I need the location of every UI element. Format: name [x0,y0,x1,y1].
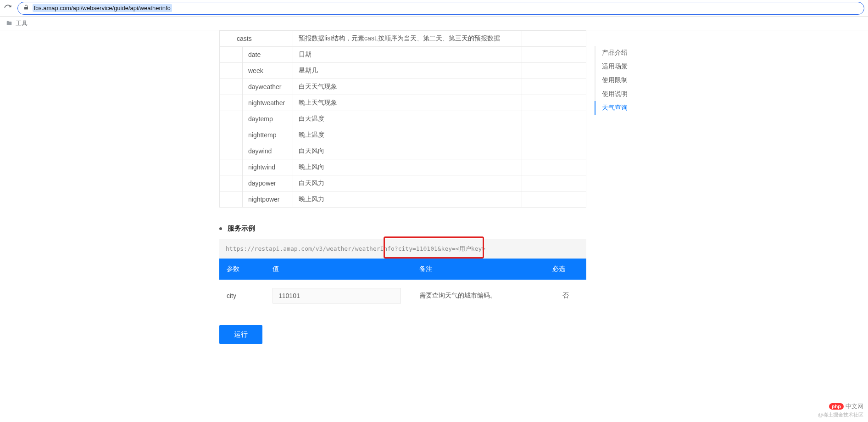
table-row: casts预报数据list结构，元素cast,按顺序为当天、第二天、第三天的预报… [220,31,586,47]
param-name: city [219,280,265,312]
url-text: lbs.amap.com/api/webservice/guide/api/we… [33,4,172,12]
param-value-input[interactable] [273,288,401,304]
toc-item[interactable]: 天气查询 [595,101,650,115]
field-desc: 预报数据list结构，元素cast,按顺序为当天、第二天、第三天的预报数据 [293,31,522,47]
page-toc: 产品介绍适用场景使用限制使用说明天气查询 [595,46,650,115]
field-name: casts [231,31,293,47]
params-table: 参数 值 备注 必选 city需要查询天气的城市编码。否 [219,259,586,312]
table-row: date日期 [220,47,586,63]
browser-address-bar: lbs.amap.com/api/webservice/guide/api/we… [0,0,868,17]
field-desc: 晚上温度 [293,127,522,143]
bookmark-folder-label: 工具 [16,19,28,28]
table-row: nighttemp晚上温度 [220,127,586,143]
bookmark-folder[interactable]: 工具 [6,19,28,28]
section-heading-service-example: 服务示例 [219,224,586,233]
bullet-dot-icon [219,227,222,230]
table-row: nightpower晚上风力 [220,191,586,208]
table-row: nightwind晚上风向 [220,159,586,175]
url-rest: //restapi.amap.com/v3/weather/weatherInf… [247,245,485,252]
col-header-note: 备注 [412,259,545,280]
field-desc: 白天风向 [293,143,522,159]
section-heading-text: 服务示例 [228,224,255,233]
response-fields-table: casts预报数据list结构，元素cast,按顺序为当天、第二天、第三天的预报… [219,30,586,208]
field-name: nightpower [243,191,293,208]
table-row: nightweather晚上天气现象 [220,95,586,111]
lock-icon [23,5,29,11]
field-name: daypower [243,175,293,191]
field-name: date [243,47,293,63]
url-scheme: https: [226,245,247,252]
run-button[interactable]: 运行 [219,325,262,344]
field-name: daywind [243,143,293,159]
field-desc: 晚上风力 [293,191,522,208]
table-row: dayweather白天天气现象 [220,79,586,95]
table-row: daywind白天风向 [220,143,586,159]
table-row: week星期几 [220,63,586,79]
field-desc: 晚上风向 [293,159,522,175]
bookmarks-bar: 工具 [0,17,868,30]
toc-item[interactable]: 使用说明 [595,87,650,101]
field-desc: 白天温度 [293,111,522,127]
field-name: daytemp [243,111,293,127]
toc-item[interactable]: 产品介绍 [595,46,650,60]
table-row: daytemp白天温度 [220,111,586,127]
col-header-required: 必选 [545,259,586,280]
field-desc: 晚上天气现象 [293,95,522,111]
field-name: nightweather [243,95,293,111]
example-url-code: https://restapi.amap.com/v3/weather/weat… [219,239,586,259]
field-desc: 星期几 [293,63,522,79]
param-required: 否 [545,280,586,312]
toc-item[interactable]: 适用场景 [595,60,650,73]
table-row: daypower白天风力 [220,175,586,191]
table-row: city需要查询天气的城市编码。否 [219,280,586,312]
field-name: nighttemp [243,127,293,143]
col-header-value: 值 [265,259,412,280]
folder-icon [6,20,13,27]
col-header-param: 参数 [219,259,265,280]
field-desc: 白天风力 [293,175,522,191]
field-desc: 日期 [293,47,522,63]
reload-icon[interactable] [4,4,12,12]
toc-item[interactable]: 使用限制 [595,73,650,87]
field-name: week [243,63,293,79]
field-desc: 白天天气现象 [293,79,522,95]
field-name: nightwind [243,159,293,175]
field-name: dayweather [243,79,293,95]
param-note: 需要查询天气的城市编码。 [412,280,545,312]
url-input[interactable]: lbs.amap.com/api/webservice/guide/api/we… [17,2,864,15]
